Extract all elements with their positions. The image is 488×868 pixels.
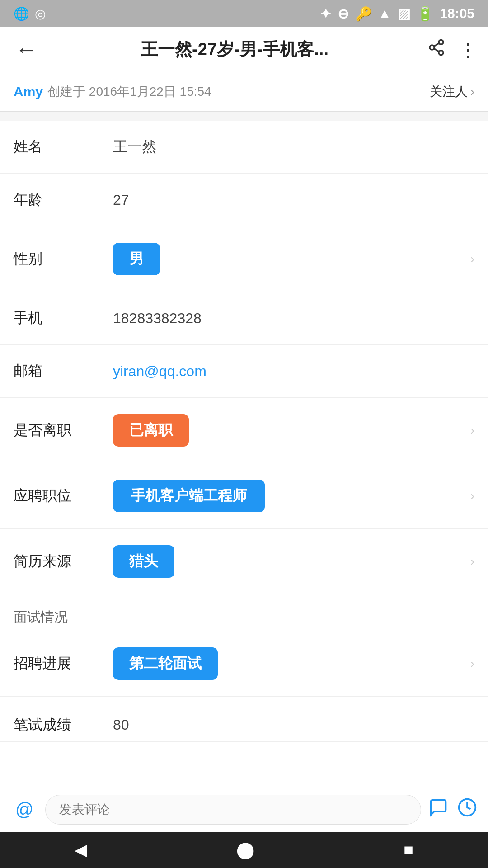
key-icon: 🔑: [355, 6, 372, 22]
clock-icon[interactable]: [457, 797, 477, 821]
svg-line-3: [434, 49, 439, 52]
comment-bar: @: [0, 787, 488, 832]
battery-icon: 🔋: [417, 6, 433, 22]
comment-icon-group: [428, 797, 477, 821]
field-gender[interactable]: 性别 男 ›: [0, 226, 488, 292]
field-resigned[interactable]: 是否离职 已离职 ›: [0, 398, 488, 463]
value-phone: 18283382328: [104, 310, 474, 327]
recruitment-tag[interactable]: 第二轮面试: [113, 647, 218, 680]
gender-chevron: ›: [470, 252, 474, 266]
source-chevron: ›: [470, 554, 474, 569]
field-phone: 手机 18283382328: [0, 292, 488, 345]
label-score: 笔试成绩: [14, 715, 104, 735]
status-bar: 🌐 ◎ ✦ ⊖ 🔑 ▲ ▨ 🔋 18:05: [0, 0, 488, 27]
signal-icon: ◎: [35, 6, 46, 21]
content-area: 姓名 王一然 年龄 27 性别 男 › 手机 18283382328 邮箱 yi…: [0, 121, 488, 868]
position-chevron: ›: [470, 489, 474, 503]
network-icon: 🌐: [14, 6, 29, 21]
label-source: 简历来源: [14, 552, 104, 571]
bluetooth-icon: ✦: [320, 6, 331, 22]
label-recruitment: 招聘进展: [14, 654, 104, 674]
more-button[interactable]: ⋮: [459, 39, 477, 60]
label-phone: 手机: [14, 308, 104, 328]
label-gender: 性别: [14, 249, 104, 269]
time-display: 18:05: [440, 6, 474, 21]
label-age: 年龄: [14, 190, 104, 210]
value-recruitment[interactable]: 第二轮面试: [104, 647, 470, 680]
comment-input[interactable]: [45, 795, 421, 825]
at-button[interactable]: @: [11, 799, 38, 820]
toolbar: ← 王一然-27岁-男-手机客... ⋮: [0, 27, 488, 72]
value-resigned[interactable]: 已离职: [104, 414, 470, 447]
sub-header-info: Amy 创建于 2016年1月22日 15:54: [14, 83, 211, 100]
label-resigned: 是否离职: [14, 420, 104, 440]
field-source[interactable]: 简历来源 猎头 ›: [0, 529, 488, 594]
value-age: 27: [104, 192, 474, 208]
follow-chevron: ›: [470, 85, 474, 99]
nav-home-button[interactable]: ⬤: [236, 840, 254, 859]
recruitment-chevron: ›: [470, 656, 474, 671]
field-age: 年龄 27: [0, 174, 488, 226]
field-score-partial: 笔试成绩 80: [0, 697, 488, 742]
toolbar-actions: ⋮: [427, 38, 477, 61]
nav-bar: ◀ ⬤ ■: [0, 832, 488, 868]
value-score: 80: [104, 717, 474, 733]
resigned-tag[interactable]: 已离职: [113, 414, 189, 447]
back-button[interactable]: ←: [11, 33, 42, 66]
label-name: 姓名: [14, 137, 104, 157]
section-interview: 面试情况: [0, 594, 488, 631]
value-gender[interactable]: 男: [104, 243, 470, 275]
value-name: 王一然: [104, 137, 474, 157]
value-email[interactable]: yiran@qq.com: [104, 363, 474, 380]
author-name: Amy: [14, 84, 43, 99]
field-position[interactable]: 应聘职位 手机客户端工程师 ›: [0, 463, 488, 529]
nav-back-button[interactable]: ◀: [75, 840, 87, 859]
value-position[interactable]: 手机客户端工程师: [104, 480, 470, 512]
share-button[interactable]: [427, 38, 446, 61]
nav-recent-button[interactable]: ■: [404, 840, 413, 859]
sub-header: Amy 创建于 2016年1月22日 15:54 关注人 ›: [0, 72, 488, 112]
section-label-text: 面试情况: [14, 609, 68, 624]
field-email: 邮箱 yiran@qq.com: [0, 345, 488, 398]
value-source[interactable]: 猎头: [104, 545, 470, 578]
field-name: 姓名 王一然: [0, 121, 488, 174]
field-recruitment[interactable]: 招聘进展 第二轮面试 ›: [0, 631, 488, 697]
page-title: 王一然-27岁-男-手机客...: [51, 38, 418, 61]
source-tag[interactable]: 猎头: [113, 545, 174, 578]
label-position: 应聘职位: [14, 486, 104, 506]
resigned-chevron: ›: [470, 423, 474, 438]
follow-button[interactable]: 关注人 ›: [430, 83, 474, 100]
follow-label: 关注人: [430, 83, 468, 100]
wifi-icon: ▲: [378, 6, 392, 21]
created-text: 创建于 2016年1月22日 15:54: [47, 83, 211, 100]
label-email: 邮箱: [14, 361, 104, 381]
svg-line-4: [434, 43, 439, 47]
position-tag[interactable]: 手机客户端工程师: [113, 480, 265, 512]
minus-circle-icon: ⊖: [338, 6, 349, 22]
gender-tag[interactable]: 男: [113, 243, 160, 275]
chat-icon[interactable]: [428, 797, 448, 821]
status-bar-left: 🌐 ◎: [14, 6, 46, 21]
sim-icon: ▨: [398, 6, 410, 22]
status-bar-right: ✦ ⊖ 🔑 ▲ ▨ 🔋 18:05: [320, 6, 474, 22]
